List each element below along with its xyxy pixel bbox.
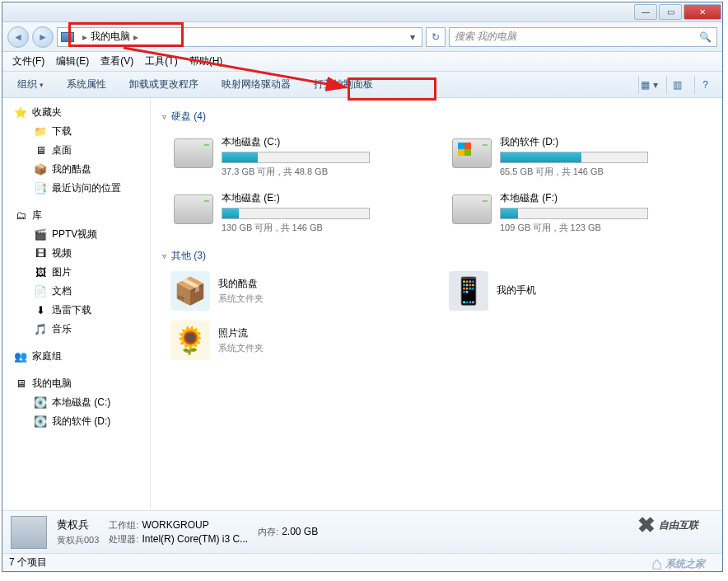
sidebar-item-kupan[interactable]: 📦我的酷盘 bbox=[2, 160, 150, 179]
control-panel-button[interactable]: 打开控制面板 bbox=[306, 74, 381, 95]
close-button[interactable]: ✕ bbox=[684, 4, 721, 20]
item-icon: 📦 bbox=[170, 271, 210, 311]
item-name: 我的酷盘 bbox=[218, 277, 264, 291]
drive-stats: 65.5 GB 可用 , 共 146 GB bbox=[500, 166, 707, 178]
item-name: 照片流 bbox=[218, 326, 264, 340]
drive-progress bbox=[222, 208, 370, 219]
computer-icon: 🖥 bbox=[14, 377, 27, 391]
menu-view[interactable]: 查看(V) bbox=[96, 53, 138, 70]
download-icon: ⬇ bbox=[34, 304, 47, 317]
map-drive-button[interactable]: 映射网络驱动器 bbox=[213, 74, 299, 95]
favorites-header[interactable]: ⭐ 收藏夹 bbox=[2, 103, 150, 122]
menu-help[interactable]: 帮助(H) bbox=[184, 53, 228, 70]
star-icon: ⭐ bbox=[14, 106, 27, 119]
drive-icon bbox=[174, 194, 213, 224]
address-text[interactable]: 我的电脑 bbox=[91, 30, 130, 44]
favorites-group: ⭐ 收藏夹 📁下载 🖥桌面 📦我的酷盘 📑最近访问的位置 bbox=[2, 103, 150, 198]
preview-pane-button[interactable]: ▥ bbox=[666, 76, 688, 94]
homegroup-group: 👥 家庭组 bbox=[2, 347, 150, 366]
content-pane: ▿ 硬盘 (4) 本地磁盘 (C:) 37.3 GB 可用 , 共 48.8 G… bbox=[151, 98, 722, 510]
collapse-icon: ▿ bbox=[162, 251, 166, 260]
back-button[interactable]: ◄ bbox=[7, 26, 29, 48]
computer-label: 我的电脑 bbox=[32, 377, 72, 391]
video-icon: 🎞 bbox=[34, 247, 47, 260]
workgroup-value: WORKGROUP bbox=[142, 519, 208, 531]
minimize-button[interactable]: — bbox=[634, 4, 657, 20]
sidebar-item-pictures[interactable]: 🖼图片 bbox=[2, 263, 150, 282]
sidebar-item-drive-c[interactable]: 💽本地磁盘 (C:) bbox=[2, 393, 150, 412]
sidebar-item-downloads[interactable]: 📁下载 bbox=[2, 122, 150, 141]
drive-progress bbox=[500, 152, 648, 163]
drive-item[interactable]: 本地磁盘 (C:) 37.3 GB 可用 , 共 48.8 GB bbox=[170, 132, 432, 181]
homegroup-header[interactable]: 👥 家庭组 bbox=[2, 347, 150, 366]
category-other[interactable]: ▿ 其他 (3) bbox=[162, 249, 711, 263]
drive-icon bbox=[452, 138, 492, 168]
sidebar-item-drive-d[interactable]: 💽我的软件 (D:) bbox=[2, 412, 150, 431]
watermark-1: 自由互联 bbox=[637, 513, 698, 538]
uninstall-button[interactable]: 卸载或更改程序 bbox=[121, 74, 207, 95]
hdd-label: 硬盘 (4) bbox=[171, 110, 206, 124]
document-icon: 📄 bbox=[34, 285, 47, 298]
address-bar[interactable]: ▸ 我的电脑 ▸ ▾ bbox=[57, 27, 422, 47]
video-icon: 🎬 bbox=[34, 228, 47, 241]
music-icon: 🎵 bbox=[34, 323, 47, 336]
sidebar-item-desktop[interactable]: 🖥桌面 bbox=[2, 141, 150, 160]
favorites-label: 收藏夹 bbox=[32, 105, 62, 119]
drive-name: 本地磁盘 (C:) bbox=[222, 135, 429, 149]
explorer-window: — ▭ ✕ ◄ ► ▸ 我的电脑 ▸ ▾ ↻ 搜索 我的电脑 🔍 文件(F) 编… bbox=[2, 2, 723, 572]
other-item[interactable]: 📱 我的手机 bbox=[449, 271, 711, 311]
sidebar: ⭐ 收藏夹 📁下载 🖥桌面 📦我的酷盘 📑最近访问的位置 🗂 库 🎬PPTV视频… bbox=[2, 98, 151, 510]
system-properties-button[interactable]: 系统属性 bbox=[58, 74, 114, 95]
details-sub: 黄权兵003 bbox=[57, 534, 99, 546]
sidebar-item-video[interactable]: 🎞视频 bbox=[2, 244, 150, 263]
memory-value: 2.00 GB bbox=[282, 526, 318, 537]
other-item[interactable]: 🌻 照片流 系统文件夹 bbox=[170, 321, 432, 360]
drive-icon: 💽 bbox=[34, 396, 47, 410]
address-dropdown[interactable]: ▾ bbox=[407, 31, 418, 43]
cpu-key: 处理器: bbox=[109, 534, 138, 544]
libraries-header[interactable]: 🗂 库 bbox=[2, 206, 150, 225]
sidebar-item-pptv[interactable]: 🎬PPTV视频 bbox=[2, 225, 150, 244]
organize-button[interactable]: 组织 bbox=[9, 74, 52, 95]
menu-edit[interactable]: 编辑(E) bbox=[51, 53, 94, 70]
picture-icon: 🖼 bbox=[34, 266, 47, 279]
memory-key: 内存: bbox=[258, 527, 278, 536]
drive-name: 我的软件 (D:) bbox=[500, 135, 707, 149]
computer-large-icon bbox=[11, 516, 47, 549]
status-bar: 7 个项目 bbox=[2, 553, 722, 571]
drive-icon: 💽 bbox=[34, 415, 47, 429]
refresh-button[interactable]: ↻ bbox=[426, 27, 446, 47]
item-icon: 📱 bbox=[449, 271, 488, 311]
search-box[interactable]: 搜索 我的电脑 🔍 bbox=[449, 27, 717, 47]
forward-button[interactable]: ► bbox=[32, 26, 54, 48]
cpu-value: Intel(R) Core(TM) i3 C... bbox=[142, 533, 248, 545]
sidebar-item-music[interactable]: 🎵音乐 bbox=[2, 320, 150, 339]
drive-item[interactable]: 本地磁盘 (F:) 109 GB 可用 , 共 123 GB bbox=[449, 188, 711, 237]
breadcrumb-sep: ▸ bbox=[130, 31, 142, 43]
other-item[interactable]: 📦 我的酷盘 系统文件夹 bbox=[170, 271, 432, 311]
sidebar-item-recent[interactable]: 📑最近访问的位置 bbox=[2, 179, 150, 198]
search-icon[interactable]: 🔍 bbox=[699, 31, 712, 43]
drive-item[interactable]: 本地磁盘 (E:) 130 GB 可用 , 共 146 GB bbox=[170, 188, 432, 237]
computer-header[interactable]: 🖥 我的电脑 bbox=[2, 374, 150, 393]
drive-stats: 109 GB 可用 , 共 123 GB bbox=[500, 222, 707, 234]
view-mode-button[interactable]: ▦ ▾ bbox=[638, 76, 660, 94]
menu-tools[interactable]: 工具(T) bbox=[140, 53, 182, 70]
maximize-button[interactable]: ▭ bbox=[659, 4, 682, 20]
sidebar-item-xunlei[interactable]: ⬇迅雷下载 bbox=[2, 301, 150, 320]
details-pane: 黄权兵 黄权兵003 工作组:WORKGROUP 处理器:Intel(R) Co… bbox=[2, 510, 722, 553]
menu-file[interactable]: 文件(F) bbox=[7, 53, 49, 70]
other-label: 其他 (3) bbox=[171, 249, 206, 263]
recent-icon: 📑 bbox=[34, 182, 47, 195]
workgroup-key: 工作组: bbox=[109, 520, 138, 530]
nav-row: ◄ ► ▸ 我的电脑 ▸ ▾ ↻ 搜索 我的电脑 🔍 bbox=[2, 22, 722, 52]
drive-item[interactable]: 我的软件 (D:) 65.5 GB 可用 , 共 146 GB bbox=[449, 132, 711, 181]
drive-stats: 130 GB 可用 , 共 146 GB bbox=[222, 222, 429, 234]
cloud-icon: 📦 bbox=[34, 163, 47, 176]
category-hdd[interactable]: ▿ 硬盘 (4) bbox=[162, 110, 711, 124]
help-button[interactable]: ? bbox=[694, 76, 716, 94]
drive-icon bbox=[452, 194, 492, 224]
homegroup-label: 家庭组 bbox=[32, 349, 62, 363]
sidebar-item-documents[interactable]: 📄文档 bbox=[2, 282, 150, 301]
computer-group: 🖥 我的电脑 💽本地磁盘 (C:) 💽我的软件 (D:) bbox=[2, 374, 150, 431]
